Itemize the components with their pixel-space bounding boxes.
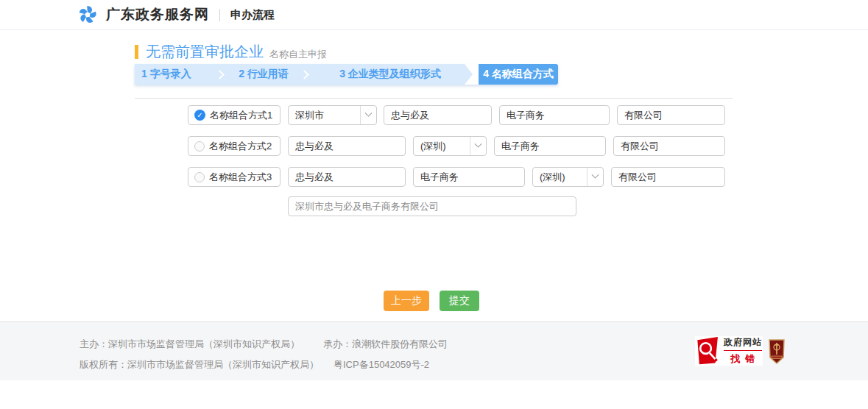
footer: 主办：深圳市市场监督管理局（深圳市知识产权局）承办：浪潮软件股份有限公司 版权所… bbox=[0, 321, 868, 380]
find-error-divider bbox=[724, 350, 762, 351]
admin-division-select-3-value: (深圳) bbox=[533, 168, 587, 186]
combo-option-1[interactable]: 名称组合方式1 bbox=[188, 105, 280, 125]
chevron-separator-icon bbox=[211, 64, 231, 85]
footer-line-2: 版权所有：深圳市市场监督管理局（深圳市知识产权局）粤ICP备15042059号-… bbox=[80, 358, 429, 371]
find-error-badge[interactable]: 政府网站 找错 bbox=[695, 336, 763, 366]
combo-option-1-label: 名称组合方式1 bbox=[210, 109, 272, 122]
active-tab-arrow-icon bbox=[465, 64, 479, 85]
chevron-down-icon[interactable] bbox=[588, 168, 603, 186]
org-form-input-2[interactable] bbox=[613, 136, 725, 156]
admin-division-select-2-value: (深圳) bbox=[414, 137, 470, 155]
page-subtitle: 名称自主申报 bbox=[269, 48, 327, 61]
page: 广东政务服务网 申办流程 无需前置审批企业 名称自主申报 1 字号录入 2 行业… bbox=[0, 0, 868, 409]
find-error-bottom-label: 找错 bbox=[726, 352, 761, 366]
supervision-shield-badge-icon[interactable] bbox=[768, 338, 786, 365]
trade-name-input-2[interactable] bbox=[288, 136, 406, 156]
footer-undertaker: 承办：浪潮软件股份有限公司 bbox=[323, 338, 448, 349]
page-title: 无需前置审批企业 bbox=[146, 42, 264, 62]
previous-step-button[interactable]: 上一步 bbox=[384, 291, 429, 311]
footer-line-1: 主办：深圳市市场监督管理局（深圳市知识产权局）承办：浪潮软件股份有限公司 bbox=[80, 338, 448, 351]
site-title[interactable]: 广东政务服务网 bbox=[106, 5, 209, 24]
industry-input-1[interactable] bbox=[499, 105, 610, 125]
footer-icp: 粤ICP备15042059号-2 bbox=[334, 359, 429, 370]
header-divider bbox=[219, 9, 220, 21]
breadcrumb-section: 申办流程 bbox=[230, 8, 275, 22]
gov-pinwheel-logo-icon bbox=[77, 4, 98, 25]
step-tab-2[interactable]: 2 行业用语 bbox=[231, 64, 296, 85]
step-tabs: 1 字号录入 2 行业用语 3 企业类型及组织形式 4 名称组合方式 bbox=[135, 64, 558, 85]
trade-name-input-3[interactable] bbox=[288, 167, 406, 187]
chevron-down-icon[interactable] bbox=[470, 137, 486, 155]
combo-option-3[interactable]: 名称组合方式3 bbox=[188, 167, 280, 187]
admin-division-select-3[interactable]: (深圳) bbox=[532, 167, 604, 187]
trade-name-input-1[interactable] bbox=[384, 105, 492, 125]
admin-division-select-1[interactable]: 深圳市 bbox=[288, 105, 377, 125]
radio-unchecked-icon[interactable] bbox=[194, 172, 205, 182]
page-title-row: 无需前置审批企业 名称自主申报 bbox=[135, 42, 327, 62]
industry-input-2[interactable] bbox=[494, 136, 606, 156]
find-error-text: 政府网站 找错 bbox=[724, 336, 762, 366]
step-tab-4-active[interactable]: 4 名称组合方式 bbox=[479, 64, 558, 85]
step-tab-3[interactable]: 3 企业类型及组织形式 bbox=[316, 64, 465, 85]
title-accent-bar bbox=[135, 45, 138, 59]
section-divider bbox=[135, 98, 733, 99]
footer-copyright: 版权所有：深圳市市场监督管理局（深圳市知识产权局） bbox=[80, 359, 319, 370]
combo-option-2-label: 名称组合方式2 bbox=[209, 140, 272, 153]
chevron-separator-icon bbox=[296, 64, 316, 85]
combo-option-2[interactable]: 名称组合方式2 bbox=[188, 136, 280, 156]
admin-division-select-2[interactable]: (深圳) bbox=[413, 136, 487, 156]
find-error-top-label: 政府网站 bbox=[724, 336, 762, 349]
magnifier-icon bbox=[695, 337, 721, 365]
radio-unchecked-icon[interactable] bbox=[194, 141, 205, 152]
combo-option-3-label: 名称组合方式3 bbox=[209, 171, 272, 184]
checkbox-checked-icon[interactable] bbox=[194, 110, 205, 121]
footer-host: 主办：深圳市市场监督管理局（深圳市知识产权局） bbox=[80, 338, 300, 349]
submit-button[interactable]: 提交 bbox=[440, 291, 479, 311]
full-name-preview-input[interactable] bbox=[288, 196, 576, 216]
step-tab-1[interactable]: 1 字号录入 bbox=[135, 64, 211, 85]
header: 广东政务服务网 申办流程 bbox=[0, 0, 868, 30]
org-form-input-1[interactable] bbox=[617, 105, 725, 125]
industry-input-3[interactable] bbox=[413, 167, 525, 187]
admin-division-select-1-value: 深圳市 bbox=[289, 106, 360, 124]
org-form-input-3[interactable] bbox=[611, 167, 725, 187]
chevron-down-icon[interactable] bbox=[361, 106, 376, 124]
